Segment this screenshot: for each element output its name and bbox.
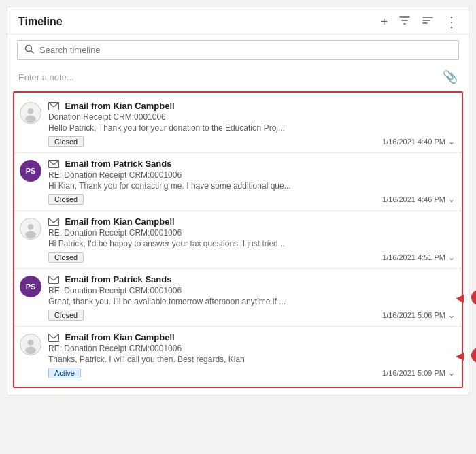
annotation-circle-2: 2: [471, 348, 476, 363]
item-preview: Thanks, Patrick. I will call you then. B…: [48, 355, 455, 364]
item-from: Email from Kian Campbell: [48, 216, 455, 227]
expand-icon[interactable]: ⌄: [448, 368, 455, 378]
item-footer: Active 1/16/2021 5:09 PM ⌄: [48, 368, 455, 378]
item-content: Email from Patrick Sands RE: Donation Re…: [48, 274, 455, 321]
email-icon: [48, 274, 59, 285]
header-icons: + ⋮: [380, 14, 458, 29]
timeline-item: PS Email from Patrick Sands RE: Donation…: [14, 269, 462, 327]
timeline-item: Email from Kian Campbell Donation Receip…: [14, 95, 462, 153]
timeline-item: PS Email from Patrick Sands RE: Donation…: [14, 153, 462, 211]
search-icon: [24, 44, 34, 56]
timeline-item: Email from Kian Campbell RE: Donation Re…: [14, 327, 462, 384]
item-subject: Donation Receipt CRM:0001006: [48, 112, 455, 122]
item-preview: Hi Kian, Thank you for contacting me. I …: [48, 181, 455, 191]
expand-icon[interactable]: ⌄: [448, 195, 455, 204]
item-footer: Closed 1/16/2021 4:51 PM ⌄: [48, 252, 455, 263]
expand-icon[interactable]: ⌄: [448, 137, 455, 146]
note-placeholder[interactable]: Enter a note...: [18, 72, 74, 82]
avatar: [20, 334, 41, 355]
status-badge[interactable]: Active: [48, 368, 81, 378]
timeline-panel: Timeline + ⋮ Enter a: [7, 7, 469, 395]
search-bar: [17, 40, 459, 60]
email-icon: [48, 101, 59, 111]
timeline-container: Email from Kian Campbell Donation Receip…: [13, 91, 463, 388]
svg-point-13: [28, 340, 34, 346]
more-icon[interactable]: ⋮: [445, 15, 458, 29]
email-icon: [48, 159, 59, 169]
item-preview: Hi Patrick, I'd be happy to answer your …: [48, 239, 455, 248]
item-content: Email from Kian Campbell Donation Receip…: [48, 101, 455, 147]
avatar: [20, 102, 41, 124]
item-time: 1/16/2021 5:06 PM ⌄: [382, 310, 455, 320]
status-badge[interactable]: Closed: [48, 136, 84, 147]
svg-point-4: [25, 116, 36, 123]
panel-header: Timeline + ⋮: [7, 7, 469, 35]
status-badge[interactable]: Closed: [48, 310, 84, 321]
panel-title: Timeline: [18, 16, 63, 28]
email-icon: [48, 216, 59, 227]
svg-point-14: [25, 347, 36, 355]
item-time: 1/16/2021 5:09 PM ⌄: [382, 368, 455, 378]
item-content: Email from Kian Campbell RE: Donation Re…: [48, 216, 455, 263]
item-footer: Closed 1/16/2021 5:06 PM ⌄: [48, 310, 455, 321]
item-footer: Closed 1/16/2021 4:40 PM ⌄: [48, 136, 455, 147]
item-time: 1/16/2021 4:46 PM ⌄: [382, 195, 455, 204]
annotation-circle-1: 1: [471, 290, 476, 305]
item-preview: Great, thank you. I'll be available tomo…: [48, 297, 455, 306]
add-icon[interactable]: +: [380, 16, 388, 28]
avatar: [20, 218, 41, 240]
filter-icon[interactable]: [398, 14, 411, 29]
item-content: Email from Patrick Sands RE: Donation Re…: [48, 159, 455, 205]
item-subject: RE: Donation Receipt CRM:0001006: [48, 286, 455, 295]
annotation-arrow-1: ◀: [456, 291, 464, 304]
avatar: PS: [20, 276, 41, 297]
attachment-icon[interactable]: 📎: [443, 69, 458, 84]
expand-icon[interactable]: ⌄: [448, 253, 455, 262]
svg-point-3: [28, 108, 34, 114]
item-subject: RE: Donation Receipt CRM:0001006: [48, 344, 455, 353]
item-from: Email from Kian Campbell: [48, 332, 455, 342]
item-preview: Hello Patrick, Thank you for your donati…: [48, 123, 455, 133]
sort-icon[interactable]: [422, 14, 434, 29]
item-subject: RE: Donation Receipt CRM:0001006: [48, 228, 455, 238]
note-bar: Enter a note... 📎: [7, 65, 469, 91]
item-subject: RE: Donation Receipt CRM:0001006: [48, 170, 455, 180]
svg-point-9: [25, 231, 36, 239]
email-icon: [48, 332, 59, 342]
item-from: Email from Patrick Sands: [48, 159, 455, 169]
status-badge[interactable]: Closed: [48, 252, 84, 263]
svg-line-1: [31, 51, 34, 54]
item-footer: Closed 1/16/2021 4:46 PM ⌄: [48, 194, 455, 205]
item-time: 1/16/2021 4:51 PM ⌄: [382, 253, 455, 262]
annotation-arrow-2: ◀: [456, 349, 464, 362]
search-input[interactable]: [39, 45, 452, 55]
avatar: PS: [20, 160, 41, 182]
item-content: Email from Kian Campbell RE: Donation Re…: [48, 332, 455, 378]
item-from: Email from Patrick Sands: [48, 274, 455, 285]
expand-icon[interactable]: ⌄: [448, 310, 455, 320]
item-time: 1/16/2021 4:40 PM ⌄: [382, 137, 455, 146]
timeline-item: Email from Kian Campbell RE: Donation Re…: [14, 211, 462, 269]
svg-point-8: [28, 224, 34, 230]
item-from: Email from Kian Campbell: [48, 101, 455, 111]
status-badge[interactable]: Closed: [48, 194, 84, 205]
